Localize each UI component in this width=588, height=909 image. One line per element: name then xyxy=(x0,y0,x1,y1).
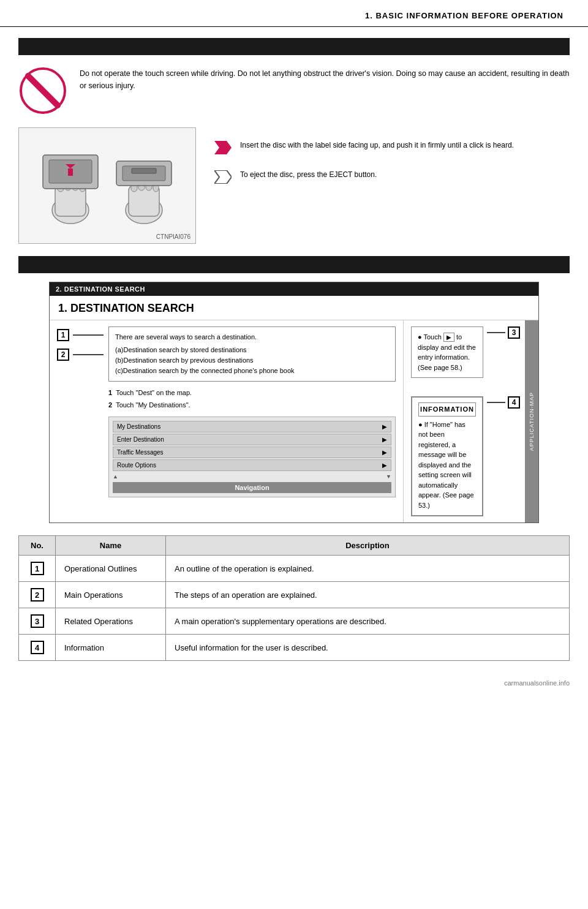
nav-label: Navigation xyxy=(113,482,391,493)
table-header-name: Name xyxy=(56,536,166,556)
manual-screenshot: 2. DESTINATION SEARCH 1. DESTINATION SEA… xyxy=(49,282,539,523)
manual-section-header: 2. DESTINATION SEARCH xyxy=(50,282,538,296)
device-sketch-right xyxy=(110,143,178,228)
page-header: 1. BASIC INFORMATION BEFORE OPERATION xyxy=(0,0,588,27)
info-box: INFORMATION ● If "Home" has not been reg… xyxy=(411,396,483,516)
illustration-box: CTNPIAI076 xyxy=(18,127,196,244)
device-sketch-left xyxy=(37,143,104,228)
table-row: 2 Main Operations The steps of an operat… xyxy=(19,582,570,608)
app-sidebar-text: APPLICATION-MAP xyxy=(529,392,535,451)
operations-table: No. Name Description 1 Operational Outli… xyxy=(18,535,570,661)
arrow-row-1: Insert the disc with the label side faci… xyxy=(214,140,570,154)
nav-item-my-destinations: My Destinations ▶ xyxy=(113,421,391,432)
footer-text: carmanualsonline.info xyxy=(504,679,570,687)
manual-title: 1. DESTINATION SEARCH xyxy=(50,296,538,320)
table-row: 1 Operational Outlines An outline of the… xyxy=(19,556,570,582)
callout-num-3: 3 xyxy=(508,326,520,339)
no-symbol-icon xyxy=(18,66,67,115)
table-cell-desc-3: A main operation's supplementary operati… xyxy=(166,608,570,635)
table-cell-no-2: 2 xyxy=(19,582,56,608)
table-cell-no-1: 1 xyxy=(19,556,56,582)
table-cell-desc-2: The steps of an operation are explained. xyxy=(166,582,570,608)
table-header-no: No. xyxy=(19,536,56,556)
warning-text: Do not operate the touch screen while dr… xyxy=(80,64,570,92)
arrow-text-section: Insert the disc with the label side faci… xyxy=(214,127,570,184)
steps-list: 1 Touch "Dest" on the map. 2 Touch "My D… xyxy=(108,388,396,410)
nav-item-enter-destination: Enter Destination ▶ xyxy=(113,434,391,445)
callout-num-4: 4 xyxy=(508,396,520,409)
illustration-label: CTNPIAI076 xyxy=(156,233,190,240)
arrow2-text: To eject the disc, press the EJECT butto… xyxy=(240,169,377,181)
table-cell-no-4: 4 xyxy=(19,635,56,661)
arrow-row-2: To eject the disc, press the EJECT butto… xyxy=(214,169,570,184)
arrow1-text: Insert the disc with the label side faci… xyxy=(240,140,514,151)
manual-right-panel: ● Touch ▶ to display and edit the entry … xyxy=(404,320,538,522)
table-cell-desc-1: An outline of the operation is explained… xyxy=(166,556,570,582)
svg-marker-21 xyxy=(214,141,232,154)
manual-left-panel: 1 2 There are several ways to search a d… xyxy=(50,320,404,522)
info-box-header: INFORMATION xyxy=(418,402,476,417)
table-row: 4 Information Useful information for the… xyxy=(19,635,570,661)
callout-num-2: 2 xyxy=(57,349,69,361)
table-header-description: Description xyxy=(166,536,570,556)
num-badge-4: 4 xyxy=(31,641,44,654)
table-row: 3 Related Operations A main operation's … xyxy=(19,608,570,635)
section1-bar xyxy=(18,38,570,55)
app-sidebar: APPLICATION-MAP xyxy=(525,320,538,522)
table-cell-desc-4: Useful information for the user is descr… xyxy=(166,635,570,661)
table-cell-name-2: Main Operations xyxy=(56,582,166,608)
table-cell-name-1: Operational Outlines xyxy=(56,556,166,582)
callout-num-1: 1 xyxy=(57,329,69,341)
illustration-section: CTNPIAI076 Insert the disc with the labe… xyxy=(0,127,588,244)
outline-arrow-icon xyxy=(214,170,232,184)
nav-item-traffic-messages: Traffic Messages ▶ xyxy=(113,447,391,458)
section2-bar xyxy=(18,256,570,273)
nav-item-route-options: Route Options ▶ xyxy=(113,459,391,471)
page-footer: carmanualsonline.info xyxy=(0,673,588,693)
num-badge-2: 2 xyxy=(31,588,44,602)
callout-box-right: ● Touch ▶ to display and edit the entry … xyxy=(411,326,483,378)
svg-marker-22 xyxy=(214,170,232,184)
svg-rect-11 xyxy=(68,168,73,176)
filled-arrow-icon xyxy=(214,141,232,154)
num-badge-3: 3 xyxy=(31,614,44,628)
nav-thumbnail: My Destinations ▶ Enter Destination ▶ Tr… xyxy=(108,417,396,497)
table-cell-name-4: Information xyxy=(56,635,166,661)
svg-rect-20 xyxy=(132,168,156,173)
header-title: 1. BASIC INFORMATION BEFORE OPERATION xyxy=(365,11,564,20)
manual-body: 1 2 There are several ways to search a d… xyxy=(50,320,538,522)
table-cell-name-3: Related Operations xyxy=(56,608,166,635)
table-cell-no-3: 3 xyxy=(19,608,56,635)
callout-box-left: There are several ways to search a desti… xyxy=(108,326,396,382)
illustration-inner xyxy=(31,137,184,235)
top-section: Do not operate the touch screen while dr… xyxy=(0,64,588,115)
num-badge-1: 1 xyxy=(31,562,44,575)
